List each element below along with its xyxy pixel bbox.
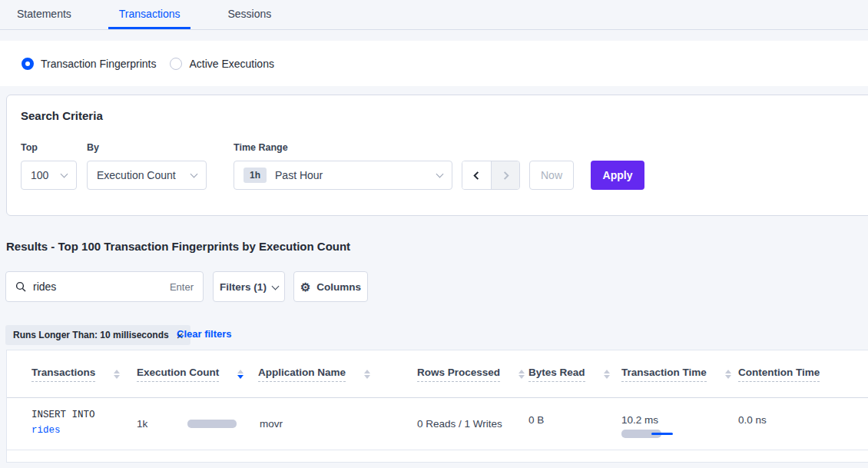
sort-icon[interactable]	[364, 370, 370, 380]
time-range-label: Time Range	[234, 142, 288, 153]
search-criteria-card: Search Criteria Top By Time Range 100 Ex…	[6, 95, 868, 216]
cell-contention-time: 0.0 ns	[738, 414, 767, 426]
tab-statements[interactable]: Statements	[6, 0, 82, 29]
execution-count-bar	[187, 420, 237, 428]
header-bytes-read[interactable]: Bytes Read	[528, 350, 610, 398]
filters-button-label: Filters (1)	[220, 281, 267, 293]
search-criteria-title: Search Criteria	[21, 109, 103, 122]
time-range-select[interactable]: 1h Past Hour	[234, 161, 452, 190]
top-label: Top	[21, 142, 38, 153]
cell-transaction-time: 10.2 ms	[621, 414, 675, 438]
search-icon	[15, 281, 26, 292]
radio-active-executions[interactable]: Active Executions	[170, 58, 274, 70]
results-search-box: Enter	[5, 271, 204, 302]
clear-filters-link[interactable]: Clear filters	[177, 328, 232, 340]
transaction-fingerprint-link[interactable]: INSERT INTO rides	[31, 407, 95, 438]
header-contention-time[interactable]: Contention Time	[738, 350, 820, 398]
radio-selected-icon[interactable]	[22, 58, 34, 70]
gear-icon: ⚙	[300, 281, 310, 293]
filter-chip-label: Runs Longer Than: 10 milliseconds	[13, 330, 169, 340]
table-header-row: Transactions Execution Count Application…	[7, 350, 868, 398]
cell-application-name: movr	[260, 418, 283, 430]
chevron-down-icon	[436, 170, 444, 178]
sort-icon[interactable]	[518, 370, 525, 380]
chevron-left-icon	[472, 171, 482, 181]
top-select[interactable]: 100	[21, 161, 77, 190]
now-button[interactable]: Now	[529, 161, 574, 190]
filters-button[interactable]: Filters (1)	[213, 271, 285, 302]
chevron-right-icon	[501, 171, 511, 181]
transaction-time-bar	[621, 430, 675, 438]
tab-transactions[interactable]: Transactions	[108, 0, 191, 29]
header-execution-count[interactable]: Execution Count	[137, 350, 244, 398]
radio-transaction-fingerprints[interactable]: Transaction Fingerprints	[22, 58, 156, 70]
time-range-value: Past Hour	[275, 169, 437, 181]
header-transaction-time[interactable]: Transaction Time	[621, 350, 731, 398]
cell-rows-processed: 0 Reads / 1 Writes	[417, 418, 502, 430]
tab-sessions[interactable]: Sessions	[217, 0, 282, 29]
header-transactions[interactable]: Transactions	[31, 350, 120, 398]
radio-label-active-executions: Active Executions	[189, 58, 274, 70]
sort-icon-active-desc[interactable]	[237, 370, 244, 380]
view-mode-row: Transaction Fingerprints Active Executio…	[0, 41, 868, 86]
cell-bytes-read: 0 B	[528, 414, 544, 426]
chevron-down-icon	[61, 170, 68, 178]
chevron-down-icon	[271, 282, 279, 290]
chevron-down-icon	[190, 170, 198, 178]
filter-chip: Runs Longer Than: 10 milliseconds ×	[5, 325, 190, 345]
columns-button[interactable]: ⚙ Columns	[293, 271, 368, 302]
time-next-button[interactable]	[491, 161, 519, 189]
results-heading: Results - Top 100 Transaction Fingerprin…	[6, 240, 350, 253]
cell-execution-count: 1k	[137, 418, 147, 430]
radio-label-fingerprints: Transaction Fingerprints	[41, 58, 156, 70]
transaction-time-value: 10.2 ms	[621, 414, 658, 426]
by-label: By	[87, 142, 99, 153]
radio-unselected-icon[interactable]	[170, 58, 182, 70]
enter-hint: Enter	[170, 281, 194, 293]
columns-button-label: Columns	[316, 281, 361, 293]
apply-button[interactable]: Apply	[591, 161, 644, 190]
page-tabbar: Statements Transactions Sessions	[0, 0, 868, 30]
table-row: INSERT INTO rides 1k movr 0 Reads / 1 Wr…	[7, 398, 868, 450]
results-table: Transactions Execution Count Application…	[6, 350, 868, 463]
sort-icon[interactable]	[725, 370, 731, 380]
header-application-name[interactable]: Application Name	[258, 350, 370, 398]
by-select-value: Execution Count	[97, 169, 191, 181]
by-select[interactable]: Execution Count	[87, 161, 207, 190]
time-nav-group	[462, 161, 520, 190]
time-range-badge: 1h	[244, 168, 267, 183]
sort-icon[interactable]	[604, 370, 610, 380]
header-rows-processed[interactable]: Rows Processed	[417, 350, 525, 398]
search-input[interactable]	[33, 280, 163, 293]
top-select-value: 100	[31, 169, 61, 181]
time-prev-button[interactable]	[462, 161, 491, 189]
sort-icon[interactable]	[114, 370, 120, 380]
